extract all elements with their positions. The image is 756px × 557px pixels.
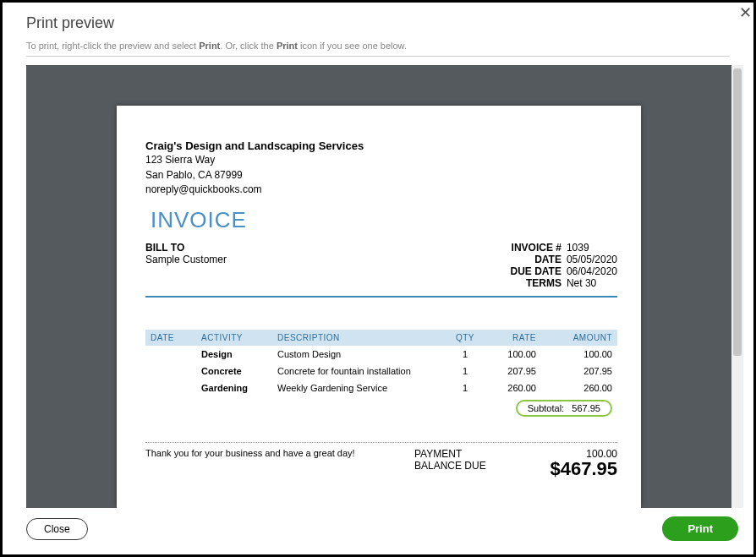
billto-name: Sample Customer bbox=[145, 254, 227, 265]
modal-title: Print preview bbox=[26, 14, 730, 32]
balance-value: $467.95 bbox=[507, 458, 617, 480]
print-preview-modal: ✕ Print preview To print, right-click th… bbox=[0, 0, 756, 557]
line-items-table: DATE ACTIVITY DESCRIPTION QTY RATE AMOUN… bbox=[145, 330, 617, 420]
invoice-no: 1039 bbox=[567, 242, 589, 254]
balance-label: BALANCE DUE bbox=[414, 460, 507, 472]
scroll-thumb[interactable] bbox=[733, 68, 742, 356]
due-date: 06/04/2020 bbox=[567, 265, 617, 277]
invoice-date-label: DATE bbox=[490, 254, 562, 265]
table-row: Concrete Concrete for fountain installat… bbox=[145, 363, 617, 380]
invoice-date: 05/05/2020 bbox=[567, 254, 617, 265]
preview-scrollbar[interactable] bbox=[731, 65, 743, 508]
modal-instruction: To print, right-click the preview and se… bbox=[26, 41, 730, 57]
close-button[interactable]: Close bbox=[26, 518, 88, 540]
col-date: DATE bbox=[145, 330, 196, 346]
preview-viewport[interactable]: Craig's Design and Landscaping Services … bbox=[26, 65, 731, 508]
company-addr2: San Pablo, CA 87999 bbox=[145, 169, 617, 183]
terms-label: TERMS bbox=[490, 277, 562, 289]
col-amount: AMOUNT bbox=[541, 330, 617, 346]
document-title: INVOICE bbox=[151, 207, 617, 233]
table-row: Gardening Weekly Gardening Service 1 260… bbox=[145, 380, 617, 396]
payment-label: PAYMENT bbox=[414, 448, 507, 460]
company-name: Craig's Design and Landscaping Services bbox=[145, 139, 617, 152]
terms: Net 30 bbox=[567, 277, 596, 289]
col-qty: QTY bbox=[448, 330, 482, 346]
thank-you-message: Thank you for your business and have a g… bbox=[145, 448, 414, 480]
company-addr1: 123 Sierra Way bbox=[145, 154, 617, 167]
invoice-page: Craig's Design and Landscaping Services … bbox=[117, 106, 641, 508]
billto-label: BILL TO bbox=[145, 242, 227, 254]
footer-rule bbox=[145, 442, 617, 443]
due-date-label: DUE DATE bbox=[490, 265, 562, 277]
col-activity: ACTIVITY bbox=[196, 330, 272, 346]
col-description: DESCRIPTION bbox=[272, 330, 448, 346]
print-button[interactable]: Print bbox=[662, 516, 738, 541]
company-email: noreply@quickbooks.com bbox=[145, 183, 617, 197]
invoice-no-label: INVOICE # bbox=[490, 242, 562, 254]
table-row: Design Custom Design 1 100.00 100.00 bbox=[145, 346, 617, 363]
col-rate: RATE bbox=[482, 330, 541, 346]
close-icon[interactable]: ✕ bbox=[739, 5, 752, 20]
subtotal-pill: Subtotal: 567.95 bbox=[516, 400, 612, 417]
